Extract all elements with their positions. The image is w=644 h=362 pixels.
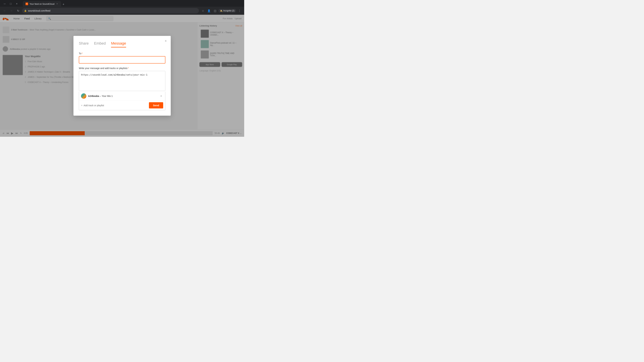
browser-titlebar: ─ □ × Your feed on SoundCloud × + — [0, 0, 244, 7]
send-button[interactable]: Send — [149, 102, 163, 108]
window-minimize-btn[interactable]: ─ — [2, 1, 8, 6]
modal-close-btn[interactable]: × — [163, 38, 168, 43]
attached-track-item: A24beaba – Your Mix 1 × — [79, 92, 165, 100]
incognito-icon: 🕵 — [220, 9, 222, 12]
message-textarea[interactable]: https://soundcloud.com/a24beaba/sets/you… — [79, 71, 165, 91]
message-label: Write your message and add tracks or pla… — [79, 67, 165, 69]
to-input[interactable] — [79, 56, 165, 63]
browser-tab-close-btn[interactable]: × — [56, 2, 58, 5]
to-required-star: * — [82, 52, 82, 55]
soundcloud-app: Home Feed Library 🔍 For Artists Upload 3… — [0, 15, 244, 137]
profile-button[interactable]: 👤 — [206, 8, 212, 13]
attached-tracks: A24beaba – Your Mix 1 × + Add track or p… — [79, 92, 165, 110]
add-track-label: Add track or playlist — [84, 104, 104, 107]
back-button[interactable]: ← — [2, 8, 8, 13]
message-required-star: * — [128, 67, 129, 69]
refresh-button[interactable]: ↻ — [16, 8, 21, 13]
add-icon: + — [81, 104, 82, 107]
browser-menu-button[interactable]: ⋮ — [237, 8, 242, 13]
share-modal: × Share Embed Message To * Write your me… — [74, 36, 171, 116]
browser-toolbar: ← → ↻ 🔒 soundcloud.com/feed ☆ 👤 ◫ 🕵 Inco… — [0, 7, 244, 15]
soundcloud-favicon — [26, 2, 28, 5]
address-bar[interactable]: 🔒 soundcloud.com/feed — [22, 8, 199, 13]
browser-tab-title: Your feed on SoundCloud — [30, 3, 54, 5]
window-close-btn[interactable]: × — [14, 1, 20, 6]
browser-chrome: ─ □ × Your feed on SoundCloud × + ← → ↻ … — [0, 0, 244, 15]
toolbar-right: ☆ 👤 ◫ 🕵 Incognito (2) ⋮ — [200, 8, 242, 13]
track-avatar-icon — [81, 93, 86, 99]
modal-tab-share[interactable]: Share — [79, 41, 89, 47]
forward-button[interactable]: → — [9, 8, 14, 13]
track-remove-btn[interactable]: × — [159, 94, 163, 98]
to-label: To * — [79, 52, 165, 55]
modal-tab-embed[interactable]: Embed — [94, 41, 106, 47]
modal-overlay[interactable]: × Share Embed Message To * Write your me… — [0, 15, 244, 137]
modal-tab-message[interactable]: Message — [111, 41, 126, 47]
browser-controls: ─ □ × — [2, 1, 20, 6]
incognito-button[interactable]: 🕵 Incognito (2) — [218, 9, 236, 12]
tab-bar: Your feed on SoundCloud × + — [21, 1, 242, 7]
bookmark-button[interactable]: ☆ — [200, 8, 206, 13]
add-track-row: + Add track or playlist Send — [79, 100, 165, 110]
modal-tabs: Share Embed Message — [79, 41, 165, 47]
address-lock-icon: 🔒 — [24, 9, 27, 12]
incognito-label: Incognito (2) — [223, 9, 234, 12]
new-tab-button[interactable]: + — [61, 2, 66, 7]
track-name: A24beaba – Your Mix 1 — [88, 95, 158, 97]
browser-tab-soundcloud[interactable]: Your feed on SoundCloud × — [23, 1, 61, 7]
address-text: soundcloud.com/feed — [28, 9, 50, 12]
add-track-btn[interactable]: + Add track or playlist — [81, 104, 104, 107]
window-maximize-btn[interactable]: □ — [8, 1, 14, 6]
sidebar-button[interactable]: ◫ — [212, 8, 218, 13]
